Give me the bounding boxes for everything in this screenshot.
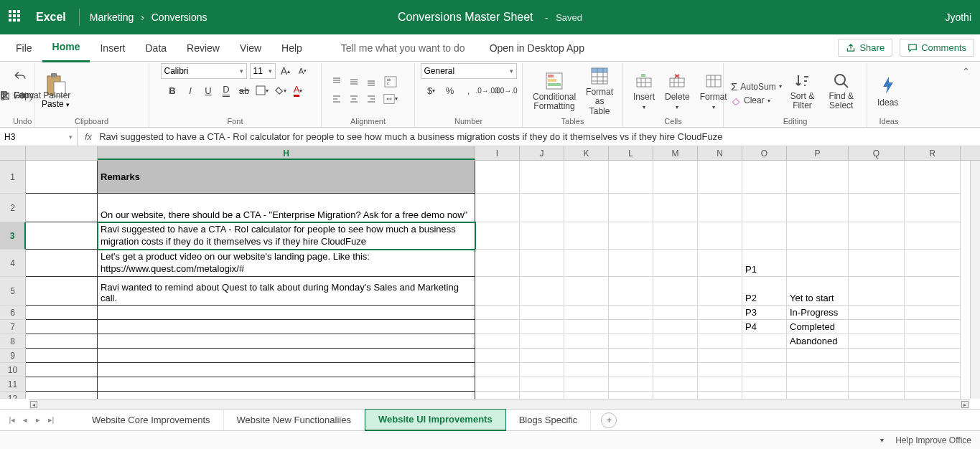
cell-K8[interactable] xyxy=(564,334,609,349)
cell-J1[interactable] xyxy=(520,161,564,194)
cell-I7[interactable] xyxy=(475,320,520,334)
cell-R2[interactable] xyxy=(905,194,961,222)
sheet-nav-prev[interactable]: ◂ xyxy=(19,415,32,425)
cell-I10[interactable] xyxy=(475,363,520,377)
horizontal-scrollbar[interactable]: ◂ ▸ xyxy=(29,399,970,409)
cell-Q11[interactable] xyxy=(849,377,905,392)
cell-R10[interactable] xyxy=(905,363,961,377)
breadcrumb-subfolder[interactable]: Conversions xyxy=(151,11,207,23)
cell-H12[interactable] xyxy=(98,392,475,399)
sheet-nav-first[interactable]: |◂ xyxy=(6,415,19,425)
cell-P11[interactable] xyxy=(787,377,849,392)
app-launcher-icon[interactable] xyxy=(9,10,23,24)
align-top-button[interactable] xyxy=(329,74,345,90)
cell-G4[interactable] xyxy=(26,250,98,277)
row-header-12[interactable]: 12 xyxy=(0,392,26,399)
cell-R4[interactable] xyxy=(905,250,961,277)
font-name-combo[interactable]: Calibri▾ xyxy=(161,63,247,79)
cell-H8[interactable] xyxy=(98,334,475,349)
col-header-Q[interactable]: Q xyxy=(849,146,905,160)
col-header-O[interactable]: O xyxy=(742,146,787,160)
cell-O1[interactable] xyxy=(742,161,787,194)
select-all-corner[interactable] xyxy=(0,146,26,160)
cell-O11[interactable] xyxy=(742,377,787,392)
cell-P6[interactable]: In-Progress xyxy=(787,306,849,320)
cell-P5[interactable]: Yet to start xyxy=(787,277,849,306)
cell-H4[interactable]: Let's get a product video on our website… xyxy=(98,250,475,277)
cell-I3[interactable] xyxy=(475,222,520,250)
paste-label[interactable]: Paste ▾ xyxy=(42,99,70,109)
cell-L10[interactable] xyxy=(609,363,653,377)
cell-G5[interactable] xyxy=(26,277,98,306)
cell-R11[interactable] xyxy=(905,377,961,392)
comments-button[interactable]: Comments xyxy=(900,39,974,57)
cell-L5[interactable] xyxy=(609,277,653,306)
cell-H5[interactable]: Ravi wanted to remind about Quest to tal… xyxy=(98,277,475,306)
cell-P4[interactable] xyxy=(787,250,849,277)
tab-view[interactable]: View xyxy=(230,34,271,62)
cell-I2[interactable] xyxy=(475,194,520,222)
row-header-2[interactable]: 2 xyxy=(0,194,26,222)
user-menu[interactable]: Jyothi xyxy=(945,11,971,23)
cell-R7[interactable] xyxy=(905,320,961,334)
cell-P8[interactable]: Abandoned xyxy=(787,334,849,349)
scroll-right-button[interactable]: ▸ xyxy=(961,401,969,408)
cell-Q2[interactable] xyxy=(849,194,905,222)
document-title[interactable]: Conversions Master Sheet - Saved xyxy=(398,11,582,24)
cell-J5[interactable] xyxy=(520,277,564,306)
col-header-I[interactable]: I xyxy=(475,146,520,160)
share-button[interactable]: Share xyxy=(838,39,892,57)
cell-H6[interactable] xyxy=(98,306,475,320)
tab-file[interactable]: File xyxy=(6,34,42,62)
tab-data[interactable]: Data xyxy=(135,34,177,62)
cell-Q5[interactable] xyxy=(849,277,905,306)
cell-I11[interactable] xyxy=(475,377,520,392)
doc-name[interactable]: Conversions Master Sheet xyxy=(398,11,533,23)
sheet-nav-last[interactable]: ▸| xyxy=(45,415,57,425)
cell-R3[interactable] xyxy=(905,222,961,250)
cell-J7[interactable] xyxy=(520,320,564,334)
cell-I8[interactable] xyxy=(475,334,520,349)
cell-L7[interactable] xyxy=(609,320,653,334)
col-header-R[interactable]: R xyxy=(905,146,961,160)
cell-O5[interactable]: P2 xyxy=(742,277,787,306)
sheet-tab-4[interactable]: Blogs Specific xyxy=(506,410,592,430)
cell-G12[interactable] xyxy=(26,392,98,399)
cell-H11[interactable] xyxy=(98,377,475,392)
cell-G1[interactable] xyxy=(26,161,98,194)
cell-Q12[interactable] xyxy=(849,392,905,399)
cell-Q10[interactable] xyxy=(849,363,905,377)
cell-P9[interactable] xyxy=(787,349,849,363)
cell-Q4[interactable] xyxy=(849,250,905,277)
sheet-tab-3[interactable]: Website UI Improvements xyxy=(365,409,506,431)
cell-O10[interactable] xyxy=(742,363,787,377)
cell-L11[interactable] xyxy=(609,377,653,392)
cell-H10[interactable] xyxy=(98,363,475,377)
cell-N2[interactable] xyxy=(698,194,742,222)
cell-J4[interactable] xyxy=(520,250,564,277)
cell-G3[interactable] xyxy=(26,222,98,250)
name-box[interactable]: H3▾ xyxy=(0,128,78,146)
cell-M1[interactable] xyxy=(653,161,698,194)
tab-insert[interactable]: Insert xyxy=(90,34,135,62)
number-format-combo[interactable]: General▾ xyxy=(421,63,517,79)
cell-Q1[interactable] xyxy=(849,161,905,194)
vertical-scrollbar[interactable] xyxy=(970,161,980,399)
grow-font-button[interactable]: A▴ xyxy=(279,64,293,78)
cell-K6[interactable] xyxy=(564,306,609,320)
sheet-nav-next[interactable]: ▸ xyxy=(32,415,45,425)
scroll-left-button[interactable]: ◂ xyxy=(30,401,37,408)
cell-R8[interactable] xyxy=(905,334,961,349)
cell-M7[interactable] xyxy=(653,320,698,334)
cell-M5[interactable] xyxy=(653,277,698,306)
cell-I12[interactable] xyxy=(475,392,520,399)
cell-P2[interactable] xyxy=(787,194,849,222)
cell-M10[interactable] xyxy=(653,363,698,377)
cell-H2[interactable]: On our website, there should be a CTA - … xyxy=(98,194,475,222)
cell-K11[interactable] xyxy=(564,377,609,392)
cell-N4[interactable] xyxy=(698,250,742,277)
cell-N12[interactable] xyxy=(698,392,742,399)
cell-G9[interactable] xyxy=(26,349,98,363)
cell-P1[interactable] xyxy=(787,161,849,194)
cell-G11[interactable] xyxy=(26,377,98,392)
